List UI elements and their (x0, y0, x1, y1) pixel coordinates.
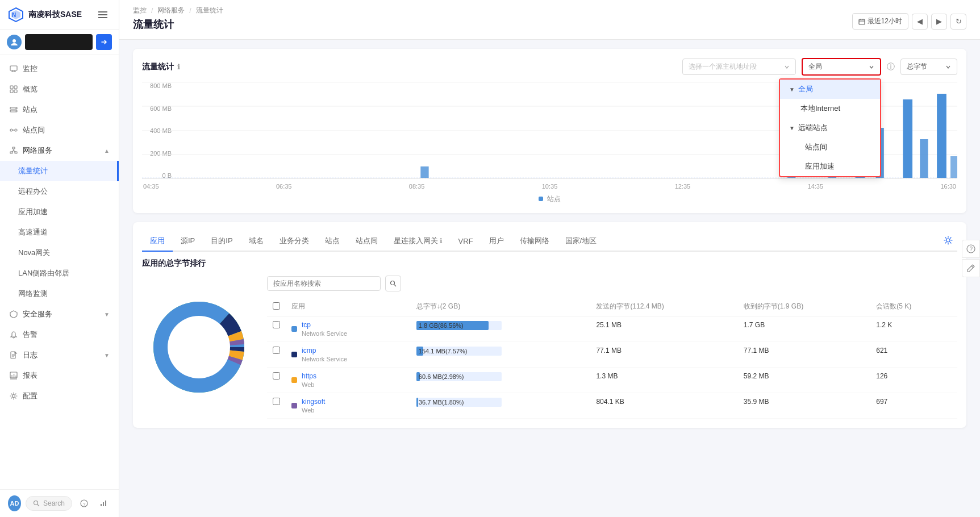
sidebar-item-site[interactable]: 站点 (0, 99, 119, 120)
side-help-button[interactable]: ? (962, 240, 980, 258)
hamburger-icon (98, 10, 107, 19)
tab-between-sites[interactable]: 站点间 (348, 231, 386, 252)
tab-dst-ip[interactable]: 目的IP (203, 231, 240, 252)
sidebar-item-remote-office-label: 远程办公 (18, 186, 48, 197)
svg-text:?: ? (83, 502, 86, 507)
sidebar-item-app-accel[interactable]: 应用加速 (0, 202, 119, 222)
sidebar-item-overview[interactable]: 概览 (0, 79, 119, 99)
dropdown-item-remote-sites[interactable]: ▼ 远端站点 (780, 118, 880, 137)
sidebar-item-lan-route[interactable]: LAN侧路由邻居 (0, 263, 119, 283)
chart-title-text: 流量统计 (142, 62, 174, 72)
sidebar-item-site-between[interactable]: 站点间 (0, 120, 119, 140)
svg-rect-38 (859, 19, 865, 24)
refresh-icon: ↻ (956, 17, 962, 26)
sidebar-group-security[interactable]: 安全服务 ▼ (0, 304, 119, 324)
tab-domain[interactable]: 域名 (241, 231, 272, 252)
menu-toggle-button[interactable] (95, 7, 111, 23)
dropdown-check-icon: ▼ (789, 86, 795, 93)
sessions-cell-2: 621 (870, 342, 957, 368)
help-button[interactable]: ? (77, 496, 91, 511)
time-prev-button[interactable]: ◀ (912, 14, 928, 30)
svg-point-15 (15, 111, 16, 112)
progress-label-1: 1.8 GB(86.56%) (419, 321, 464, 330)
sidebar-item-highway[interactable]: 高速通道 (0, 222, 119, 243)
scope-info-icon[interactable]: ⓘ (887, 62, 895, 72)
breadcrumb-item-1: 监控 (133, 6, 147, 15)
dropdown-item-local-internet[interactable]: 本地Internet (780, 99, 880, 118)
sidebar-group-log[interactable]: 日志 ▼ (0, 345, 119, 365)
source-filter-dropdown[interactable]: 选择一个源主机地址段 (682, 59, 796, 75)
row-checkbox-4[interactable] (273, 398, 280, 405)
search-button[interactable]: Search (26, 496, 72, 511)
svg-point-57 (946, 239, 950, 242)
side-edit-button[interactable] (962, 259, 980, 277)
sidebar-item-traffic-stats[interactable]: 流量统计 (0, 161, 119, 181)
refresh-button[interactable]: ↻ (950, 14, 966, 30)
breadcrumb-item-2: 网络服务 (157, 6, 185, 15)
received-cell-1: 1.7 GB (738, 316, 870, 342)
tab-src-ip[interactable]: 源IP (173, 231, 203, 252)
row-checkbox-2[interactable] (273, 347, 280, 354)
app-name-4[interactable]: kingsoft (302, 398, 325, 406)
scope-filter-dropdown[interactable]: 全局 (802, 58, 881, 76)
chart-info-icon[interactable]: ℹ (177, 63, 180, 71)
tab-country[interactable]: 国家/地区 (557, 231, 605, 252)
tab-app[interactable]: 应用 (142, 231, 173, 252)
app-info-2: icmp Network Service (302, 347, 347, 362)
total-node-dropdown[interactable]: 总字节 (900, 59, 957, 75)
sidebar-group-network-service[interactable]: 网络服务 ▲ (0, 140, 119, 161)
app-search-button[interactable] (385, 276, 401, 291)
dropdown-item-app-accel[interactable]: 应用加速 (780, 157, 880, 176)
tab-vrf[interactable]: VRF (451, 232, 481, 251)
legend-site-label: 站点 (547, 195, 561, 203)
svg-line-32 (37, 505, 39, 506)
monitor-icon (9, 64, 18, 73)
tab-user[interactable]: 用户 (481, 231, 512, 252)
user-input-field[interactable] (25, 34, 93, 50)
time-next-button[interactable]: ▶ (931, 14, 947, 30)
app-name-3[interactable]: https (302, 372, 316, 380)
settings-icon (944, 236, 953, 245)
chart-legend: 站点 (142, 194, 957, 204)
tab-star-access[interactable]: 星连接入网关ℹ (386, 231, 451, 252)
time-range-label: 最近12小时 (868, 16, 902, 26)
tabs-container: 应用 源IP 目的IP 域名 业务分类 站点 站点间 星连接入网关ℹ VRF 用… (142, 231, 957, 252)
sidebar-item-remote-office[interactable]: 远程办公 (0, 181, 119, 202)
tab-settings-button[interactable] (939, 236, 957, 247)
user-action-button[interactable] (96, 34, 112, 50)
main-area: 监控 / 网络服务 / 流量统计 流量统计 最近12小时 ◀ ▶ ↻ (119, 0, 980, 517)
app-name-2[interactable]: icmp (302, 347, 347, 355)
sidebar-item-nova-gateway[interactable]: Nova网关 (0, 243, 119, 263)
sidebar-item-alert[interactable]: 告警 (0, 324, 119, 345)
chart-card-header: 流量统计 ℹ 选择一个源主机地址段 全局 (142, 58, 957, 76)
tab-transport[interactable]: 传输网络 (512, 231, 557, 252)
app-search-input[interactable] (267, 276, 381, 291)
tab-biz-class[interactable]: 业务分类 (272, 231, 317, 252)
svg-rect-27 (11, 375, 12, 378)
tab-site[interactable]: 站点 (317, 231, 348, 252)
row-checkbox-1[interactable] (273, 321, 280, 328)
svg-rect-7 (10, 66, 17, 70)
x-label-7: 16:30 (940, 183, 956, 190)
sidebar-item-overview-label: 概览 (23, 84, 37, 94)
sidebar-item-monitor[interactable]: 监控 (0, 59, 119, 79)
star-access-info-icon[interactable]: ℹ (440, 237, 443, 245)
sidebar-item-report[interactable]: 报表 (0, 365, 119, 386)
x-label-5: 12:35 (675, 183, 691, 190)
app-name-1[interactable]: tcp (302, 321, 347, 329)
th-received: 收到的字节(1.9 GB) (738, 297, 870, 316)
time-range-button[interactable]: 最近12小时 (852, 13, 908, 30)
stats-button[interactable] (96, 496, 111, 511)
dropdown-item-all[interactable]: ▼ 全局 (780, 80, 880, 99)
select-all-checkbox[interactable] (273, 302, 280, 310)
sidebar-item-net-monitor[interactable]: 网络监测 (0, 283, 119, 304)
legend-site: 站点 (539, 194, 561, 204)
row-checkbox-3[interactable] (273, 372, 280, 380)
svg-point-16 (10, 129, 12, 131)
sidebar-group-log-label: 日志 (23, 350, 37, 360)
page-header: 监控 / 网络服务 / 流量统计 流量统计 最近12小时 ◀ ▶ ↻ (119, 0, 980, 40)
app-ranking-title: 应用的总字节排行 (142, 258, 957, 269)
received-cell-3: 59.2 MB (738, 368, 870, 393)
dropdown-item-between-sites[interactable]: 站点间 (780, 137, 880, 157)
sidebar-item-config[interactable]: 配置 (0, 386, 119, 406)
